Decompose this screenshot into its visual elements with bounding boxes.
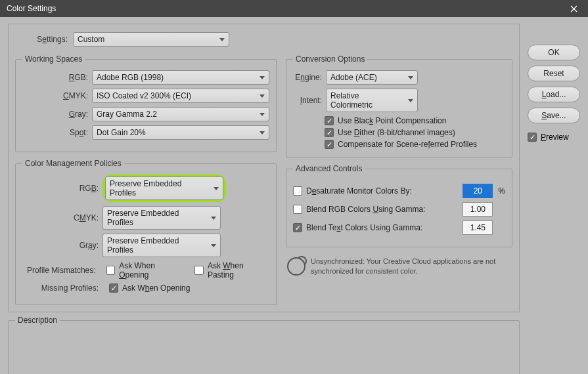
working-spaces-group: Working Spaces RGB: Adobe RGB (1998) CMY… bbox=[15, 54, 277, 152]
blend-text-input[interactable] bbox=[463, 220, 493, 235]
engine-select[interactable]: Adobe (ACE) bbox=[326, 70, 418, 85]
chevron-down-icon bbox=[219, 38, 225, 41]
desat-label: Desaturate Monitor Colors By: bbox=[306, 186, 412, 196]
conversion-legend: Conversion Options bbox=[293, 54, 367, 64]
engine-value: Adobe (ACE) bbox=[330, 73, 377, 82]
settings-label: Settings: bbox=[31, 35, 68, 44]
pol-cmyk-select[interactable]: Preserve Embedded Profiles bbox=[102, 206, 221, 230]
preview-label: Preview bbox=[541, 133, 569, 142]
advanced-legend: Advanced Controls bbox=[293, 164, 365, 173]
blend-rgb-label: Blend RGB Colors Using Gamma: bbox=[306, 205, 425, 214]
dither-row[interactable]: Use Dither (8-bit/channel images) bbox=[325, 128, 505, 137]
pol-gray-value: Preserve Embedded Profiles bbox=[107, 236, 203, 255]
policies-legend: Color Management Policies bbox=[22, 159, 124, 168]
load-button[interactable]: Load... bbox=[528, 87, 580, 102]
chevron-down-icon bbox=[211, 244, 216, 247]
blend-rgb-input[interactable] bbox=[463, 202, 493, 217]
sync-status-row: Unsynchronized: Your Creative Cloud appl… bbox=[286, 254, 512, 278]
blend-rgb-checkbox[interactable] bbox=[293, 205, 302, 214]
settings-select[interactable]: Custom bbox=[73, 32, 229, 47]
pol-gray-label: Gray: bbox=[22, 241, 99, 250]
main-panel: Settings: Custom Working Spaces RGB: Ado… bbox=[8, 24, 520, 312]
settings-value: Custom bbox=[78, 35, 104, 44]
mismatch-open-checkbox[interactable] bbox=[106, 266, 116, 275]
close-button[interactable] bbox=[559, 0, 588, 17]
ws-spot-select[interactable]: Dot Gain 20% bbox=[92, 125, 269, 140]
scene-label: Compensate for Scene-referred Profiles bbox=[338, 140, 477, 149]
desat-pct: % bbox=[498, 186, 505, 196]
mismatch-open-row[interactable]: Ask When Opening bbox=[106, 261, 185, 280]
side-column: OK Reset Load... Save... Preview bbox=[528, 24, 580, 374]
blend-rgb-row[interactable]: Blend RGB Colors Using Gamma: bbox=[293, 205, 457, 214]
scene-row[interactable]: Compensate for Scene-referred Profiles bbox=[325, 140, 505, 149]
chevron-down-icon bbox=[211, 217, 216, 220]
save-button[interactable]: Save... bbox=[528, 108, 580, 123]
reset-button[interactable]: Reset bbox=[528, 66, 580, 81]
preview-checkbox[interactable] bbox=[528, 133, 537, 142]
sync-status-text: Unsynchronized: Your Creative Cloud appl… bbox=[311, 257, 511, 276]
mismatch-paste-row[interactable]: Ask When Pasting bbox=[194, 261, 269, 280]
mismatch-paste-label: Ask When Pasting bbox=[208, 261, 269, 280]
scene-checkbox[interactable] bbox=[325, 140, 334, 149]
dither-label: Use Dither (8-bit/channel images) bbox=[338, 128, 455, 137]
settings-row: Settings: Custom bbox=[31, 32, 512, 47]
unsynchronized-icon bbox=[287, 257, 305, 276]
pol-cmyk-value: Preserve Embedded Profiles bbox=[107, 209, 203, 227]
working-spaces-legend: Working Spaces bbox=[22, 54, 85, 64]
mismatch-paste-checkbox[interactable] bbox=[194, 266, 204, 275]
dialog-body: Settings: Custom Working Spaces RGB: Ado… bbox=[0, 17, 588, 374]
desat-checkbox[interactable] bbox=[293, 186, 302, 196]
ws-rgb-value: Adobe RGB (1998) bbox=[97, 73, 164, 82]
chevron-down-icon bbox=[214, 187, 219, 190]
blend-text-row[interactable]: Blend Text Colors Using Gamma: bbox=[293, 223, 457, 232]
pol-rgb-label: RGB: bbox=[22, 184, 99, 193]
highlight-marker: Preserve Embedded Profiles bbox=[102, 175, 226, 202]
ws-cmyk-select[interactable]: ISO Coated v2 300% (ECI) bbox=[92, 89, 269, 103]
intent-value: Relative Colorimetric bbox=[330, 91, 400, 110]
description-legend: Description bbox=[15, 316, 60, 325]
titlebar: Color Settings bbox=[0, 0, 588, 17]
ok-button[interactable]: OK bbox=[528, 45, 580, 60]
ws-rgb-label: RGB: bbox=[22, 73, 88, 82]
engine-label: Engine: bbox=[293, 73, 322, 82]
right-column: Conversion Options Engine: Adobe (ACE) I… bbox=[286, 54, 512, 305]
chevron-down-icon bbox=[408, 99, 413, 102]
pol-gray-select[interactable]: Preserve Embedded Profiles bbox=[102, 234, 221, 257]
ws-rgb-select[interactable]: Adobe RGB (1998) bbox=[92, 70, 269, 85]
intent-label: Intent: bbox=[293, 96, 322, 105]
columns: Working Spaces RGB: Adobe RGB (1998) CMY… bbox=[15, 54, 512, 305]
chevron-down-icon bbox=[260, 113, 265, 116]
conversion-group: Conversion Options Engine: Adobe (ACE) I… bbox=[286, 54, 512, 157]
main-column: Settings: Custom Working Spaces RGB: Ado… bbox=[8, 24, 520, 374]
advanced-group: Advanced Controls Desaturate Monitor Col… bbox=[286, 164, 512, 247]
ws-gray-select[interactable]: Gray Gamma 2.2 bbox=[92, 107, 269, 121]
ws-cmyk-label: CMYK: bbox=[22, 91, 88, 100]
dither-checkbox[interactable] bbox=[325, 128, 334, 137]
dialog-title: Color Settings bbox=[7, 4, 56, 13]
policies-group: Color Management Policies RGB: Preserve … bbox=[15, 159, 277, 305]
ws-gray-value: Gray Gamma 2.2 bbox=[97, 110, 157, 119]
ws-spot-value: Dot Gain 20% bbox=[97, 128, 146, 137]
left-column: Working Spaces RGB: Adobe RGB (1998) CMY… bbox=[15, 54, 277, 305]
missing-profiles-label: Missing Profiles: bbox=[22, 283, 99, 293]
desat-input[interactable] bbox=[463, 184, 493, 198]
bpc-row[interactable]: Use Black Point Compensation bbox=[325, 116, 505, 125]
desat-row[interactable]: Desaturate Monitor Colors By: bbox=[293, 186, 457, 196]
missing-open-checkbox[interactable] bbox=[109, 283, 118, 293]
blend-text-label: Blend Text Colors Using Gamma: bbox=[306, 223, 422, 232]
pol-rgb-select[interactable]: Preserve Embedded Profiles bbox=[105, 177, 223, 200]
bpc-checkbox[interactable] bbox=[325, 116, 334, 125]
close-icon bbox=[570, 5, 577, 12]
missing-open-row[interactable]: Ask When Opening bbox=[109, 283, 190, 293]
chevron-down-icon bbox=[260, 94, 265, 98]
description-panel: Description bbox=[8, 320, 520, 374]
chevron-down-icon bbox=[408, 76, 413, 79]
ws-gray-label: Gray: bbox=[22, 110, 88, 119]
intent-select[interactable]: Relative Colorimetric bbox=[326, 89, 418, 112]
pol-cmyk-label: CMYK: bbox=[22, 213, 99, 222]
profile-mismatches-label: Profile Mismatches: bbox=[22, 266, 96, 275]
blend-text-checkbox[interactable] bbox=[293, 223, 302, 232]
bpc-label: Use Black Point Compensation bbox=[338, 116, 446, 125]
preview-row[interactable]: Preview bbox=[528, 133, 580, 142]
ws-cmyk-value: ISO Coated v2 300% (ECI) bbox=[97, 91, 191, 100]
